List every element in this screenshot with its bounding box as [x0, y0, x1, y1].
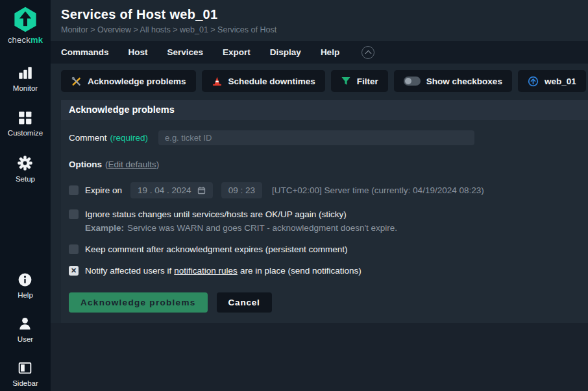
- example-text: Service was WARN and goes CRIT - acknowl…: [127, 223, 397, 233]
- acknowledge-problems-button[interactable]: Acknowledge problems: [61, 70, 196, 92]
- expire-time-field[interactable]: 09 : 23: [221, 182, 262, 198]
- sticky-checkbox[interactable]: [69, 209, 79, 219]
- checkmk-logo[interactable]: checkmk: [8, 5, 43, 45]
- traffic-cone-icon: [212, 76, 223, 87]
- host-web01-button[interactable]: web_01: [518, 70, 586, 92]
- menu-display[interactable]: Display: [270, 47, 301, 57]
- comment-input[interactable]: [158, 130, 474, 145]
- checkmk-logo-icon: [12, 5, 39, 34]
- sidebar: checkmk Monitor Customize: [0, 0, 51, 391]
- page-title: Services of Host web_01: [61, 7, 588, 22]
- comment-required-hint: (required): [110, 133, 149, 143]
- calendar-icon: [197, 186, 206, 195]
- crossed-tools-icon: [71, 76, 82, 87]
- options-label: Options: [69, 160, 102, 169]
- edit-defaults-link[interactable]: Edit defaults: [108, 160, 156, 169]
- notification-rules-link[interactable]: notification rules: [174, 266, 238, 276]
- filter-button[interactable]: Filter: [331, 70, 388, 92]
- sidebar-nav-top: Monitor Customize: [8, 64, 43, 183]
- sidebar-item-sidebar[interactable]: Sidebar: [12, 360, 38, 387]
- expire-date-field[interactable]: 19 . 04 . 2024: [130, 182, 213, 198]
- info-icon: [17, 272, 33, 288]
- menu-commands[interactable]: Commands: [61, 47, 109, 57]
- sidebar-item-customize[interactable]: Customize: [8, 110, 43, 137]
- comment-row: Comment (required): [61, 130, 588, 145]
- menu-host[interactable]: Host: [129, 47, 148, 57]
- menu-services[interactable]: Services: [167, 47, 204, 57]
- panel-icon: [17, 360, 33, 376]
- grid-icon: [17, 110, 33, 126]
- expire-label: Expire on: [85, 185, 122, 195]
- action-bar: Acknowledge problems Schedule downtimes …: [51, 64, 588, 100]
- menu-help[interactable]: Help: [321, 47, 339, 57]
- notify-row: ✕ Notify affected users ifnotification r…: [61, 266, 588, 276]
- persistent-label: Keep comment after acknowledgment expire…: [85, 244, 347, 254]
- sidebar-nav-bottom: Help User Sidebar: [12, 272, 38, 387]
- sidebar-item-help[interactable]: Help: [12, 272, 38, 299]
- notify-checkbox[interactable]: ✕: [69, 266, 79, 276]
- notify-label: Notify affected users ifnotification rul…: [85, 266, 361, 276]
- sidebar-item-setup[interactable]: Setup: [8, 154, 43, 183]
- page-header: Services of Host web_01 Monitor > Overvi…: [51, 0, 588, 34]
- sticky-label: Ignore status changes until services/hos…: [85, 209, 347, 219]
- chevron-up-circle-icon[interactable]: [361, 46, 374, 59]
- person-icon: [17, 316, 33, 332]
- options-row: Options (Edit defaults): [61, 160, 588, 169]
- toggle-off-icon: [404, 77, 421, 86]
- sidebar-item-monitor[interactable]: Monitor: [8, 64, 43, 92]
- app-root: checkmk Monitor Customize: [0, 0, 588, 391]
- cancel-button[interactable]: Cancel: [217, 292, 272, 313]
- form-section-title: Acknowledge problems: [61, 100, 588, 120]
- acknowledge-form: Acknowledge problems Comment (required) …: [61, 100, 588, 323]
- up-arrow-circle-icon: [528, 76, 539, 87]
- gear-icon: [16, 154, 34, 172]
- edit-defaults-hint: (Edit defaults): [105, 160, 159, 169]
- sticky-row: Ignore status changes until services/hos…: [61, 209, 588, 219]
- submit-acknowledge-button[interactable]: Acknowledge problems: [69, 292, 208, 313]
- menubar: Commands Host Services Export Display He…: [51, 41, 588, 64]
- comment-label: Comment: [69, 133, 107, 143]
- sticky-example: Example: Service was WARN and goes CRIT …: [61, 223, 588, 233]
- sidebar-item-user[interactable]: User: [12, 316, 38, 343]
- funnel-icon: [341, 76, 351, 86]
- form-buttons: Acknowledge problems Cancel: [61, 292, 588, 323]
- server-time-note: [UTC+02:00] Server time (currently: 04/1…: [272, 185, 484, 195]
- expire-row: Expire on 19 . 04 . 2024 09 : 23 [UTC+02…: [61, 182, 588, 198]
- main-area: Services of Host web_01 Monitor > Overvi…: [51, 0, 588, 391]
- persistent-checkbox[interactable]: [69, 244, 79, 254]
- breadcrumb[interactable]: Monitor > Overview > All hosts > web_01 …: [61, 25, 588, 34]
- page-background: [51, 323, 588, 391]
- example-label: Example:: [85, 223, 124, 233]
- menu-export[interactable]: Export: [223, 47, 251, 57]
- bar-chart-icon: [17, 64, 34, 81]
- checkmk-logo-text: checkmk: [8, 35, 43, 45]
- show-checkboxes-button[interactable]: Show checkboxes: [394, 70, 512, 92]
- expire-checkbox[interactable]: [69, 185, 79, 195]
- persistent-row: Keep comment after acknowledgment expire…: [61, 244, 588, 254]
- schedule-downtimes-button[interactable]: Schedule downtimes: [202, 70, 325, 92]
